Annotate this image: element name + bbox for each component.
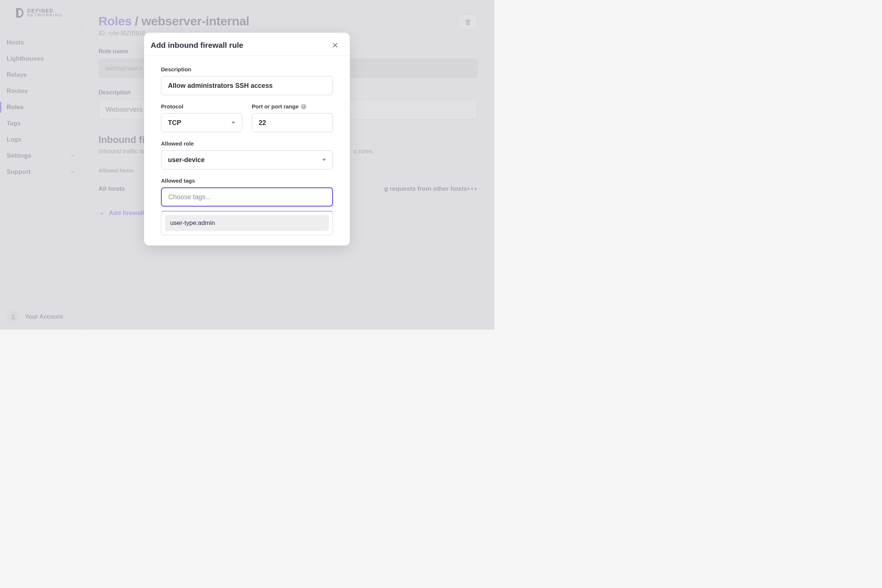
modal-protocol-value: TCP — [168, 119, 181, 127]
modal-allowed-tags-input[interactable]: Choose tags... — [161, 188, 333, 207]
modal-allowed-role-value: user-device — [168, 156, 205, 164]
caret-down-icon — [322, 159, 326, 161]
modal-protocol-select[interactable]: TCP — [161, 113, 242, 132]
add-firewall-rule-modal: Add inbound firewall rule Description Pr… — [144, 33, 350, 246]
tags-dropdown: user-type:admin — [161, 211, 333, 235]
modal-port-input[interactable] — [252, 113, 333, 132]
close-icon — [332, 42, 339, 48]
caret-down-icon — [231, 122, 235, 124]
modal-allowed-tags-label: Allowed tags — [161, 177, 333, 184]
modal-title: Add inbound firewall rule — [151, 41, 243, 50]
modal-allowed-role-label: Allowed role — [161, 140, 333, 147]
modal-protocol-label: Protocol — [161, 103, 242, 110]
modal-port-label: Port or port range ? — [252, 103, 333, 110]
modal-description-input[interactable] — [161, 76, 333, 95]
modal-description-label: Description — [161, 66, 333, 72]
tag-option[interactable]: user-type:admin — [165, 215, 329, 231]
help-icon[interactable]: ? — [301, 104, 306, 109]
modal-allowed-role-select[interactable]: user-device — [161, 150, 333, 170]
modal-close-button[interactable] — [331, 41, 340, 50]
